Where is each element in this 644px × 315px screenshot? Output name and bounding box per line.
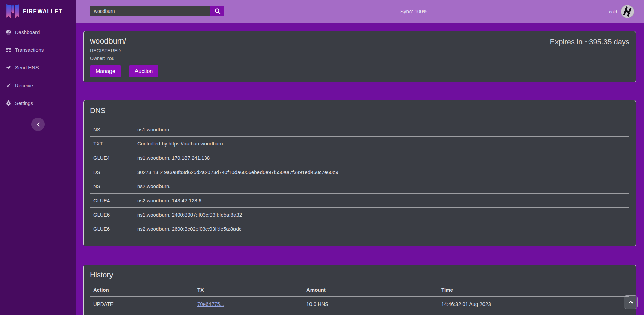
- history-card: History Action TX Amount Time UPDATE 70e…: [83, 265, 636, 315]
- domain-owner: Owner: You: [90, 55, 629, 61]
- dns-title: DNS: [90, 100, 629, 115]
- column-header-amount: Amount: [303, 287, 438, 293]
- brand-header[interactable]: FIREWALLET: [0, 0, 76, 23]
- dns-record-value: ns1.woodburn. 170.187.241.138: [137, 155, 629, 161]
- search-icon: [215, 8, 221, 14]
- gauge-icon: [6, 29, 11, 35]
- domain-status: REGISTERED: [90, 48, 629, 53]
- paper-plane-icon: [6, 65, 11, 70]
- manage-button[interactable]: Manage: [90, 65, 121, 77]
- table-icon: [6, 47, 11, 53]
- sidebar-item-label: Transactions: [15, 47, 44, 53]
- main-area: Sync: 100% cold woodburn/: [76, 0, 644, 315]
- wallet-name: cold: [609, 9, 617, 14]
- sync-status: Sync: 100%: [400, 0, 427, 23]
- dns-row: NS ns1.woodburn.: [90, 122, 629, 136]
- topbar: Sync: 100% cold: [76, 0, 644, 23]
- handshake-logo-icon: [621, 5, 634, 18]
- sidebar-collapse-button[interactable]: [31, 118, 45, 131]
- sidebar-item-label: Send HNS: [15, 65, 39, 70]
- brand-name: FIREWALLET: [23, 8, 63, 15]
- domain-actions: Manage Auction: [90, 65, 629, 77]
- dns-row: GLUE6 ns1.woodburn. 2400:8907::f03c:93ff…: [90, 207, 629, 222]
- auction-button[interactable]: Auction: [129, 65, 158, 77]
- domain-name: woodburn/: [90, 31, 629, 46]
- domain-expiry: Expires in ~395.35 days: [550, 38, 629, 46]
- sidebar-item-settings[interactable]: Settings: [0, 94, 76, 112]
- page-content: woodburn/ REGISTERED Owner: You Manage A…: [76, 23, 644, 315]
- dns-record-value: ns2.woodburn. 143.42.128.6: [137, 198, 629, 203]
- dns-record-type: GLUE4: [90, 155, 137, 161]
- dns-record-value: 30273 13 2 9a3a8fb3d625d2a2073d740f10da6…: [137, 169, 629, 175]
- chevron-up-icon: [628, 301, 633, 304]
- dns-row: GLUE4 ns2.woodburn. 143.42.128.6: [90, 193, 629, 207]
- table-row: UPDATE 70e64775... 10.0 HNS 14:46:32 01 …: [90, 296, 629, 311]
- dns-record-type: NS: [90, 127, 137, 132]
- dns-row: DS 30273 13 2 9a3a8fb3d625d2a2073d740f10…: [90, 165, 629, 179]
- firewallet-logo-icon: [6, 4, 20, 20]
- dns-record-type: GLUE6: [90, 212, 137, 218]
- search-input[interactable]: [90, 6, 210, 16]
- dns-card: DNS NS ns1.woodburn. TXT Controlled by h…: [83, 100, 636, 246]
- sidebar: FIREWALLET Dashboard: [0, 0, 76, 315]
- dns-row: TXT Controlled by https://nathan.woodbur…: [90, 136, 629, 151]
- chevron-left-icon: [36, 122, 40, 127]
- search-button[interactable]: [210, 6, 224, 16]
- column-header-action: Action: [90, 287, 194, 293]
- dns-row: GLUE6 ns2.woodburn. 2600:3c02::f03c:93ff…: [90, 222, 629, 236]
- history-amount: 10.0 HNS: [303, 301, 438, 307]
- dns-record-value: Controlled by https://nathan.woodburn: [137, 141, 629, 147]
- sidebar-nav: Dashboard Transactions Send HNS: [0, 23, 76, 112]
- dns-record-type: TXT: [90, 141, 137, 147]
- firewallet-app: FIREWALLET Dashboard: [0, 0, 644, 315]
- column-header-tx: TX: [194, 287, 303, 293]
- sidebar-item-send-hns[interactable]: Send HNS: [0, 59, 76, 76]
- dns-record-value: ns1.woodburn.: [137, 127, 629, 132]
- sidebar-item-dashboard[interactable]: Dashboard: [0, 23, 76, 41]
- dns-record-value: ns1.woodburn. 2400:8907::f03c:93ff:fe5a:…: [137, 212, 629, 218]
- history-action: UPDATE: [90, 301, 194, 307]
- arrow-down-left-icon: [6, 83, 11, 88]
- dns-table: NS ns1.woodburn. TXT Controlled by https…: [90, 122, 629, 236]
- dns-row: GLUE4 ns1.woodburn. 170.187.241.138: [90, 151, 629, 165]
- gear-icon: [6, 100, 11, 106]
- history-title: History: [90, 265, 629, 279]
- search-group: [90, 6, 224, 16]
- history-header-row: Action TX Amount Time: [90, 283, 629, 296]
- history-time: 14:46:32 01 Aug 2023: [438, 301, 629, 307]
- dns-record-type: NS: [90, 183, 137, 189]
- dns-record-type: GLUE6: [90, 226, 137, 232]
- sidebar-item-transactions[interactable]: Transactions: [0, 41, 76, 59]
- dns-row: NS ns2.woodburn.: [90, 179, 629, 193]
- column-header-time: Time: [438, 287, 629, 293]
- dns-record-value: ns2.woodburn.: [137, 183, 629, 189]
- tx-link[interactable]: 70e64775...: [197, 301, 224, 307]
- history-table: Action TX Amount Time UPDATE 70e64775...…: [90, 283, 629, 315]
- scroll-to-top-button[interactable]: [624, 295, 638, 309]
- sidebar-item-label: Dashboard: [15, 29, 40, 35]
- wallet-selector[interactable]: cold: [609, 0, 634, 23]
- table-row: RENEW d7b64c4... 10.0 HNS 15:47:06 07 Fe…: [90, 311, 629, 315]
- sidebar-item-label: Receive: [15, 83, 33, 88]
- dns-record-type: DS: [90, 169, 137, 175]
- domain-card: woodburn/ REGISTERED Owner: You Manage A…: [83, 31, 636, 82]
- dns-record-value: ns2.woodburn. 2600:3c02::f03c:93ff:fe5a:…: [137, 226, 629, 232]
- sidebar-item-receive[interactable]: Receive: [0, 76, 76, 94]
- sidebar-item-label: Settings: [15, 100, 33, 106]
- dns-record-type: GLUE4: [90, 198, 137, 203]
